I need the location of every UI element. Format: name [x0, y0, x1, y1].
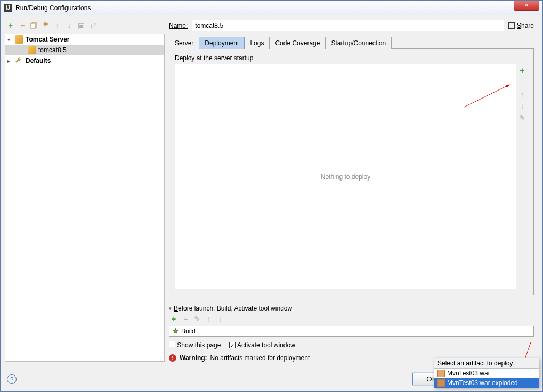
warning-icon: ! — [169, 354, 176, 362]
checkbox-checked-icon: ✓ — [229, 342, 236, 348]
tree-label: Defaults — [26, 57, 51, 64]
sort-icon[interactable]: ↓² — [88, 21, 98, 30]
remove-artifact-icon[interactable]: − — [517, 78, 527, 87]
move-up-icon[interactable]: ↑ — [53, 21, 62, 30]
help-button[interactable]: ? — [7, 374, 17, 384]
name-label: Name: — [169, 22, 188, 29]
share-checkbox[interactable]: Share — [508, 22, 534, 29]
config-tree[interactable]: ▾ Tomcat Server tomcat8.5 ▸ Defaults — [5, 34, 165, 362]
checkbox-icon — [169, 341, 175, 347]
right-panel: Name: Share Server Deployment Logs Code … — [165, 20, 538, 362]
move-up-icon[interactable]: ↑ — [517, 89, 527, 99]
folder-icon[interactable]: ▣ — [76, 21, 86, 30]
before-launch-toolbar: + − ✎ ↑ ↓ — [169, 312, 534, 326]
add-config-icon[interactable]: + — [6, 21, 15, 30]
move-down-icon[interactable]: ↓ — [517, 101, 527, 111]
deploy-section-label: Deploy at the server startup — [175, 54, 528, 62]
move-down-icon[interactable]: ↓ — [216, 314, 225, 324]
activate-window-checkbox[interactable]: ✓ Activate tool window — [229, 341, 295, 349]
move-down-icon[interactable]: ↓ — [64, 21, 74, 30]
before-launch-header[interactable]: ▾ Before launch: Build, Activate tool wi… — [169, 305, 534, 312]
before-launch-list[interactable]: Build — [169, 326, 534, 337]
chevron-right-icon: ▸ — [7, 58, 15, 64]
tab-logs[interactable]: Logs — [245, 37, 270, 49]
warning-text: No artifacts marked for deployment — [210, 354, 310, 362]
tree-node-tomcat-server[interactable]: ▾ Tomcat Server — [5, 34, 164, 45]
remove-task-icon[interactable]: − — [181, 314, 190, 324]
app-icon: IJ — [4, 4, 12, 12]
deploy-area: Nothing to deploy + − ↑ ↓ ✎ — [175, 64, 528, 289]
svg-rect-1 — [31, 23, 35, 29]
artifact-popup: Select an artifact to deploy MvnTest03:w… — [434, 358, 539, 388]
tomcat-icon — [15, 35, 23, 44]
artifact-icon — [437, 379, 445, 387]
run-debug-dialog: IJ Run/Debug Configurations ✕ + − ↑ ↓ ▣ … — [0, 0, 543, 392]
chevron-down-icon: ▾ — [7, 37, 15, 43]
popup-item-label: MvnTest03:war — [447, 370, 490, 377]
deploy-list[interactable]: Nothing to deploy — [175, 64, 516, 289]
popup-item-label: MvnTest03:war exploded — [447, 379, 518, 387]
before-launch-label: Before launch: Build, Activate tool wind… — [174, 305, 292, 312]
copy-config-icon[interactable] — [29, 21, 39, 30]
popup-item-war[interactable]: MvnTest03:war — [434, 369, 539, 378]
share-label: Share — [517, 22, 534, 29]
wrench-icon — [15, 56, 23, 65]
tab-code-coverage[interactable]: Code Coverage — [270, 37, 326, 49]
dialog-body: + − ↑ ↓ ▣ ↓² ▾ Tomcat Server tomcat8.5 — [1, 15, 542, 366]
settings-icon[interactable] — [41, 21, 51, 30]
titlebar-text: Run/Debug Configurations — [15, 4, 514, 12]
deploy-side-toolbar: + − ↑ ↓ ✎ — [516, 64, 528, 289]
deployment-panel: Deploy at the server startup Nothing to … — [169, 49, 534, 295]
options-row: Show this page ✓ Activate tool window — [169, 341, 534, 349]
add-task-icon[interactable]: + — [169, 314, 179, 324]
build-icon — [172, 328, 179, 335]
build-label: Build — [181, 328, 196, 335]
tab-deployment[interactable]: Deployment — [199, 37, 245, 49]
titlebar: IJ Run/Debug Configurations ✕ — [1, 1, 542, 15]
edit-task-icon[interactable]: ✎ — [192, 314, 202, 324]
tab-startup-connection[interactable]: Startup/Connection — [326, 37, 392, 49]
remove-config-icon[interactable]: − — [18, 21, 27, 30]
edit-artifact-icon[interactable]: ✎ — [517, 113, 527, 123]
tabs: Server Deployment Logs Code Coverage Sta… — [169, 37, 534, 49]
show-page-checkbox[interactable]: Show this page — [169, 341, 221, 349]
warning-label: Warning: — [180, 354, 207, 362]
tree-label: Tomcat Server — [26, 36, 69, 43]
popup-item-war-exploded[interactable]: MvnTest03:war exploded — [434, 378, 539, 388]
name-input[interactable] — [192, 20, 504, 31]
artifact-icon — [437, 370, 445, 377]
name-row: Name: Share — [169, 20, 534, 31]
close-button[interactable]: ✕ — [514, 1, 539, 11]
checkbox-icon — [508, 22, 515, 29]
deploy-empty-text: Nothing to deploy — [321, 173, 370, 181]
add-artifact-icon[interactable]: + — [517, 66, 527, 76]
tab-server[interactable]: Server — [169, 37, 199, 49]
tomcat-icon — [28, 46, 36, 54]
tree-toolbar: + − ↑ ↓ ▣ ↓² — [5, 20, 165, 34]
left-panel: + − ↑ ↓ ▣ ↓² ▾ Tomcat Server tomcat8.5 — [5, 20, 165, 362]
tree-label: tomcat8.5 — [38, 46, 67, 54]
popup-title: Select an artifact to deploy — [434, 358, 539, 369]
chevron-down-icon: ▾ — [169, 306, 172, 311]
move-up-icon[interactable]: ↑ — [204, 314, 214, 324]
tree-node-defaults[interactable]: ▸ Defaults — [5, 55, 164, 66]
tree-node-tomcat-instance[interactable]: tomcat8.5 — [5, 45, 164, 55]
